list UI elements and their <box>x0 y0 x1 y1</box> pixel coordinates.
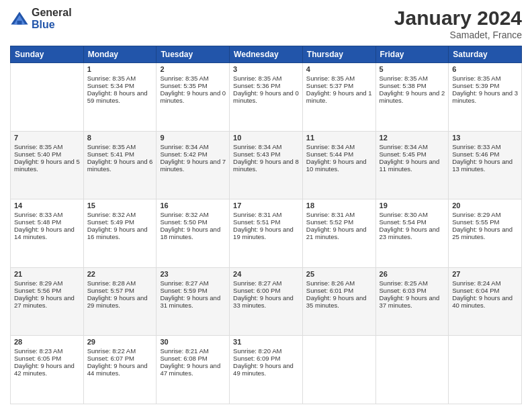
cell-w4-d3: 23Sunrise: 8:27 AMSunset: 5:59 PMDayligh… <box>157 267 230 336</box>
cell-w5-d2: 29Sunrise: 8:22 AMSunset: 6:07 PMDayligh… <box>83 336 157 404</box>
week-row-1: 1Sunrise: 8:35 AMSunset: 5:34 PMDaylight… <box>11 63 522 132</box>
daylight-text: Daylight: 9 hours and 0 minutes. <box>233 89 299 104</box>
logo: General Blue <box>10 7 72 30</box>
sunrise-text: Sunrise: 8:35 AM <box>87 75 153 82</box>
cell-w5-d4: 31Sunrise: 8:20 AMSunset: 6:09 PMDayligh… <box>230 336 303 404</box>
sunrise-text: Sunrise: 8:29 AM <box>14 279 80 287</box>
cell-w4-d4: 24Sunrise: 8:27 AMSunset: 6:00 PMDayligh… <box>230 267 303 336</box>
day-number: 11 <box>306 134 372 142</box>
cell-w2-d1: 7Sunrise: 8:35 AMSunset: 5:40 PMDaylight… <box>11 131 84 199</box>
day-number: 16 <box>160 201 226 210</box>
daylight-text: Daylight: 9 hours and 6 minutes. <box>87 158 153 173</box>
daylight-text: Daylight: 9 hours and 44 minutes. <box>87 362 153 377</box>
title-block: January 2024 Samadet, France <box>394 7 522 40</box>
cell-w2-d7: 13Sunrise: 8:33 AMSunset: 5:46 PMDayligh… <box>449 131 522 199</box>
sunset-text: Sunset: 5:57 PM <box>87 287 153 294</box>
sunrise-text: Sunrise: 8:30 AM <box>380 211 445 218</box>
sunrise-text: Sunrise: 8:23 AM <box>14 347 80 355</box>
sunset-text: Sunset: 6:08 PM <box>160 355 226 362</box>
sunrise-text: Sunrise: 8:27 AM <box>233 279 299 287</box>
sunrise-text: Sunrise: 8:27 AM <box>160 279 226 287</box>
sunset-text: Sunset: 5:46 PM <box>452 150 518 158</box>
cell-w2-d5: 11Sunrise: 8:34 AMSunset: 5:44 PMDayligh… <box>302 131 375 199</box>
day-number: 2 <box>160 65 226 73</box>
daylight-text: Daylight: 9 hours and 14 minutes. <box>14 226 80 240</box>
sunrise-text: Sunrise: 8:32 AM <box>87 211 153 218</box>
day-number: 6 <box>452 65 518 73</box>
daylight-text: Daylight: 9 hours and 2 minutes. <box>380 89 445 104</box>
daylight-text: Daylight: 9 hours and 16 minutes. <box>87 226 153 240</box>
sunset-text: Sunset: 5:50 PM <box>160 218 226 226</box>
week-row-2: 7Sunrise: 8:35 AMSunset: 5:40 PMDaylight… <box>11 131 522 199</box>
sunrise-text: Sunrise: 8:34 AM <box>233 143 299 150</box>
week-row-3: 14Sunrise: 8:33 AMSunset: 5:48 PMDayligh… <box>11 199 522 268</box>
sunrise-text: Sunrise: 8:35 AM <box>160 75 226 82</box>
page: General Blue January 2024 Samadet, Franc… <box>0 0 532 411</box>
sunset-text: Sunset: 5:52 PM <box>306 218 372 226</box>
sunset-text: Sunset: 5:49 PM <box>87 218 153 226</box>
cell-w2-d6: 12Sunrise: 8:34 AMSunset: 5:45 PMDayligh… <box>375 131 449 199</box>
daylight-text: Daylight: 9 hours and 42 minutes. <box>14 362 80 377</box>
week-row-5: 28Sunrise: 8:23 AMSunset: 6:05 PMDayligh… <box>11 336 522 404</box>
day-number: 24 <box>233 270 299 278</box>
cell-w1-d1 <box>11 63 84 132</box>
daylight-text: Daylight: 9 hours and 40 minutes. <box>452 294 518 309</box>
day-number: 31 <box>233 338 299 346</box>
sunrise-text: Sunrise: 8:31 AM <box>233 211 299 218</box>
sunset-text: Sunset: 6:07 PM <box>87 355 153 362</box>
week-row-4: 21Sunrise: 8:29 AMSunset: 5:56 PMDayligh… <box>11 267 522 336</box>
daylight-text: Daylight: 9 hours and 19 minutes. <box>233 226 299 240</box>
daylight-text: Daylight: 8 hours and 59 minutes. <box>87 89 153 104</box>
day-number: 28 <box>14 338 80 346</box>
daylight-text: Daylight: 9 hours and 18 minutes. <box>160 226 226 240</box>
day-number: 22 <box>87 270 153 278</box>
sunrise-text: Sunrise: 8:35 AM <box>233 75 299 82</box>
sunrise-text: Sunrise: 8:33 AM <box>14 211 80 218</box>
sunrise-text: Sunrise: 8:35 AM <box>452 75 518 82</box>
sunrise-text: Sunrise: 8:26 AM <box>306 279 372 287</box>
day-number: 14 <box>14 201 80 210</box>
day-number: 17 <box>233 201 299 210</box>
day-number: 13 <box>452 134 518 142</box>
day-number: 4 <box>306 65 372 73</box>
sunrise-text: Sunrise: 8:22 AM <box>87 347 153 355</box>
sunrise-text: Sunrise: 8:35 AM <box>306 75 372 82</box>
sunset-text: Sunset: 6:00 PM <box>233 287 299 294</box>
sunrise-text: Sunrise: 8:34 AM <box>160 143 226 150</box>
sunset-text: Sunset: 5:45 PM <box>380 150 445 158</box>
day-number: 15 <box>87 201 153 210</box>
daylight-text: Daylight: 9 hours and 29 minutes. <box>87 294 153 309</box>
sunset-text: Sunset: 5:51 PM <box>233 218 299 226</box>
sunrise-text: Sunrise: 8:32 AM <box>160 211 226 218</box>
cell-w3-d3: 16Sunrise: 8:32 AMSunset: 5:50 PMDayligh… <box>157 199 230 268</box>
cell-w5-d5 <box>302 336 375 404</box>
col-monday: Monday <box>83 46 157 63</box>
sunset-text: Sunset: 5:42 PM <box>160 150 226 158</box>
sunset-text: Sunset: 5:41 PM <box>87 150 153 158</box>
cell-w1-d6: 5Sunrise: 8:35 AMSunset: 5:38 PMDaylight… <box>375 63 449 132</box>
cell-w4-d1: 21Sunrise: 8:29 AMSunset: 5:56 PMDayligh… <box>11 267 84 336</box>
day-number: 10 <box>233 134 299 142</box>
sunset-text: Sunset: 6:01 PM <box>306 287 372 294</box>
day-number: 18 <box>306 201 372 210</box>
calendar-header-row: Sunday Monday Tuesday Wednesday Thursday… <box>11 46 522 63</box>
daylight-text: Daylight: 9 hours and 25 minutes. <box>452 226 518 240</box>
sunset-text: Sunset: 5:56 PM <box>14 287 80 294</box>
sunset-text: Sunset: 6:04 PM <box>452 287 518 294</box>
daylight-text: Daylight: 9 hours and 5 minutes. <box>14 158 80 173</box>
cell-w5-d1: 28Sunrise: 8:23 AMSunset: 6:05 PMDayligh… <box>11 336 84 404</box>
cell-w1-d2: 1Sunrise: 8:35 AMSunset: 5:34 PMDaylight… <box>83 63 157 132</box>
sunset-text: Sunset: 5:36 PM <box>233 82 299 89</box>
col-wednesday: Wednesday <box>230 46 303 63</box>
sunset-text: Sunset: 5:55 PM <box>452 218 518 226</box>
sunset-text: Sunset: 5:44 PM <box>306 150 372 158</box>
day-number: 9 <box>160 134 226 142</box>
sunrise-text: Sunrise: 8:35 AM <box>380 75 445 82</box>
cell-w3-d5: 18Sunrise: 8:31 AMSunset: 5:52 PMDayligh… <box>302 199 375 268</box>
cell-w4-d7: 27Sunrise: 8:24 AMSunset: 6:04 PMDayligh… <box>449 267 522 336</box>
calendar-table: Sunday Monday Tuesday Wednesday Thursday… <box>10 46 522 404</box>
daylight-text: Daylight: 9 hours and 33 minutes. <box>233 294 299 309</box>
cell-w4-d6: 26Sunrise: 8:25 AMSunset: 6:03 PMDayligh… <box>375 267 449 336</box>
sunrise-text: Sunrise: 8:35 AM <box>87 143 153 150</box>
cell-w1-d4: 3Sunrise: 8:35 AMSunset: 5:36 PMDaylight… <box>230 63 303 132</box>
